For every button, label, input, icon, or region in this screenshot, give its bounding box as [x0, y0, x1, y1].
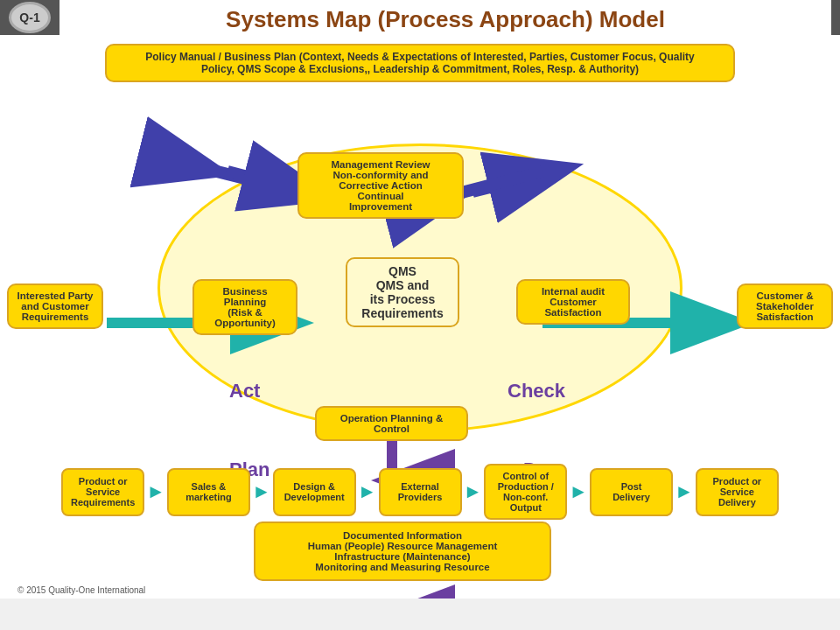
box-qms: QMS QMS and its Process Requirements	[346, 257, 459, 327]
label-act: Act	[229, 380, 260, 402]
page-title: Systems Map (Process Approach) Model	[68, 0, 822, 37]
logo: Q-1	[9, 2, 51, 33]
box-management-review: Management Review Non-conformity and Cor…	[298, 152, 464, 219]
box-support: Documented Information Human (People) Re…	[254, 522, 551, 581]
arrow-right-2: ►	[252, 480, 271, 503]
box-design: Design & Development	[273, 468, 356, 516]
box-product-req: Product or Service Requirements	[61, 468, 144, 516]
box-interested-party: Interested Party and Customer Requiremen…	[7, 284, 103, 329]
bottom-row: Product or Service Requirements ► Sales …	[0, 464, 840, 520]
diagram-area: Interested Party and Customer Requiremen…	[0, 91, 840, 598]
footer: © 2015 Quality-One International	[9, 584, 154, 597]
box-operation-planning: Operation Planning & Control	[315, 406, 468, 441]
arrow-right-6: ►	[675, 480, 694, 503]
label-check: Check	[508, 380, 565, 402]
box-internal-audit: Internal audit Customer Satisfaction	[516, 279, 630, 325]
arrow-right-5: ►	[569, 480, 588, 503]
box-post: Post Delivery	[590, 468, 673, 516]
arrow-right-1: ►	[146, 480, 165, 503]
arrow-right-3: ►	[358, 480, 377, 503]
box-business-planning: Business Planning (Risk & Opportunity)	[192, 279, 298, 335]
box-control: Control of Production / Non-conf. Output	[484, 464, 567, 520]
policy-banner: Policy Manual / Business Plan (Context, …	[105, 44, 735, 82]
arrow-right-4: ►	[464, 480, 483, 503]
box-product-delivery: Product or Service Delivery	[696, 468, 779, 516]
box-sales: Sales & marketing	[167, 468, 250, 516]
box-customer-satisfaction: Customer & Stakeholder Satisfaction	[737, 284, 833, 329]
header-bar: Q-1 Systems Map (Process Approach) Model	[0, 0, 840, 35]
box-external: External Providers	[379, 468, 462, 516]
